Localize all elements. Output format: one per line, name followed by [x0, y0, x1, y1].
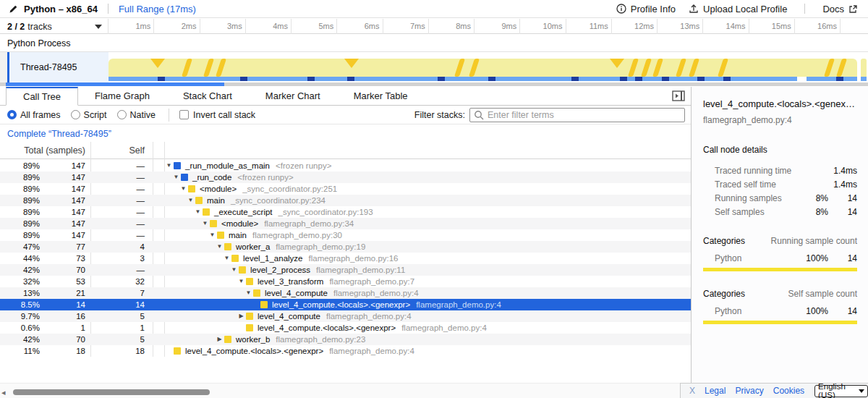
collapse-icon[interactable]: ▼	[215, 241, 224, 253]
row-total-percent: 47%	[0, 241, 40, 253]
radio-native[interactable]	[117, 110, 127, 119]
collapse-icon[interactable]: ▼	[200, 218, 210, 229]
table-row[interactable]: 89%147—▼<module>_sync_coordinator.py:251	[0, 183, 691, 195]
row-total-percent: 13%	[0, 287, 40, 299]
tab-marker-chart[interactable]: Marker Chart	[249, 87, 337, 105]
track-gutter	[0, 52, 7, 82]
collapse-icon[interactable]: ▼	[164, 160, 174, 172]
breadcrumb-complete-thread[interactable]: Complete “Thread-78495”	[7, 129, 111, 139]
radio-all-frames[interactable]	[7, 110, 17, 119]
row-spacer	[153, 310, 164, 322]
invert-call-stack-checkbox[interactable]	[179, 110, 189, 119]
collapse-icon[interactable]: ▼	[229, 264, 239, 276]
row-function-cell: level_4_compute.<locals>.<genexpr>flameg…	[164, 345, 691, 357]
table-row[interactable]: 89%147—▼_run_code<frozen runpy>	[0, 172, 691, 183]
row-function-cell: ▼_run_module_as_main<frozen runpy>	[164, 160, 691, 172]
tab-flame-graph[interactable]: Flame Graph	[78, 87, 166, 105]
table-row[interactable]: 42%705▶worker_bflamegraph_demo.py:23	[0, 334, 691, 345]
table-row[interactable]: 89%147—▼_execute_script_sync_coordinator…	[0, 206, 691, 218]
call-tree-header: Total (samples) Self	[0, 142, 691, 159]
category-name: Python	[703, 306, 798, 316]
hscroll-left-arrow[interactable]: ◂	[1, 388, 6, 397]
table-row[interactable]: 89%147—▼<module>flamegraph_demo.py:34	[0, 218, 691, 229]
tab-call-tree[interactable]: Call Tree	[6, 87, 78, 106]
row-self-samples: 14	[90, 299, 153, 310]
table-row[interactable]: 13%217▼level_4_computeflamegraph_demo.py…	[0, 287, 691, 299]
table-row[interactable]: 89%147—▼main_sync_coordinator.py:234	[0, 195, 691, 206]
row-total-samples: 77	[40, 241, 90, 253]
row-self-samples: 7	[90, 287, 153, 299]
footer-link-cookies[interactable]: Cookies	[773, 386, 804, 396]
table-row[interactable]: 9.7%165▶level_4_computeflamegraph_demo.p…	[0, 310, 691, 322]
marker-slash-icon	[641, 59, 652, 77]
tab-stack-chart[interactable]: Stack Chart	[166, 87, 249, 105]
column-total-header[interactable]: Total (samples)	[0, 145, 90, 156]
category-bar-fill	[703, 321, 857, 324]
process-track-label: Python Process	[7, 38, 71, 48]
thread-track-label[interactable]: Thread-78495	[9, 52, 109, 82]
full-range-link[interactable]: Full Range (17ms)	[119, 4, 196, 14]
top-header: Python – x86_64 Full Range (17ms) Profil…	[0, 0, 868, 18]
row-total-samples: 147	[40, 172, 90, 183]
table-row[interactable]: 47%774▼worker_aflamegraph_demo.py:19	[0, 241, 691, 253]
category-square-icon	[253, 289, 260, 297]
radio-script[interactable]	[71, 110, 80, 119]
track-thread[interactable]: Thread-78495	[0, 52, 868, 82]
footer-link-privacy[interactable]: Privacy	[735, 386, 763, 396]
collapse-icon[interactable]: ▼	[222, 253, 231, 264]
timeline-scrollbar-thumb[interactable]	[6, 82, 224, 86]
collapse-icon[interactable]: ▼	[208, 229, 217, 241]
docs-link[interactable]: Docs	[822, 4, 858, 14]
timeline-scrollbar[interactable]	[0, 82, 868, 86]
table-row[interactable]: 42%70—▼level_2_processflamegraph_demo.py…	[0, 264, 691, 276]
collapse-icon[interactable]: ▼	[186, 195, 195, 206]
table-row[interactable]: 8.5%1414level_4_compute.<locals>.<genexp…	[0, 299, 691, 310]
footer-link-legal[interactable]: Legal	[705, 386, 726, 396]
sample-strip-dark-segment	[307, 77, 315, 81]
marker-slash-icon	[676, 59, 686, 77]
table-row[interactable]: 89%147—▼mainflamegraph_demo.py:30	[0, 229, 691, 241]
tab-marker-table[interactable]: Marker Table	[337, 87, 425, 105]
filter-stacks-input[interactable]	[469, 108, 685, 122]
footer-link-x[interactable]: X	[689, 386, 695, 396]
collapse-icon[interactable]: ▼	[179, 183, 188, 195]
profile-info-button[interactable]: Profile Info	[616, 4, 676, 14]
thread-activity-graph[interactable]	[109, 52, 868, 82]
cpu-activity-band-tail	[861, 59, 867, 77]
filter-stacks-label: Filter stacks:	[414, 110, 465, 120]
column-self-header[interactable]: Self	[90, 145, 153, 156]
category-square-icon	[239, 266, 246, 274]
language-select[interactable]: English (US)	[814, 385, 868, 397]
expand-icon[interactable]: ▶	[215, 334, 224, 345]
row-self-samples: —	[90, 264, 153, 276]
expand-icon[interactable]: ▶	[237, 310, 246, 322]
collapse-icon[interactable]: ▼	[244, 287, 253, 299]
collapse-icon[interactable]: ▼	[171, 172, 181, 183]
collapse-icon[interactable]: ▼	[237, 276, 246, 287]
row-self-samples: 18	[90, 345, 153, 357]
track-python-process[interactable]: Python Process	[0, 35, 868, 52]
marker-slash-icon	[203, 59, 214, 77]
sidebar-toggle-icon[interactable]	[672, 90, 685, 101]
ruler-tick: 14ms	[703, 19, 749, 34]
table-row[interactable]: 11%1818level_4_compute.<locals>.<genexpr…	[0, 345, 691, 357]
ruler-tick: 11ms	[566, 19, 612, 34]
upload-profile-button[interactable]: Upload Local Profile	[689, 4, 787, 14]
tracks-dropdown[interactable]: 2 / 2 tracks	[0, 19, 109, 34]
table-row[interactable]: 32%5332▼level_3_transformflamegraph_demo…	[0, 276, 691, 287]
table-row[interactable]: 89%147—▼_run_module_as_main<frozen runpy…	[0, 160, 691, 172]
category-square-icon	[246, 313, 253, 320]
row-total-percent: 89%	[0, 218, 40, 229]
table-row[interactable]: 0.6%11level_4_compute.<locals>.<genexpr>…	[0, 322, 691, 334]
table-row[interactable]: 44%733▼level_1_analyzeflamegraph_demo.py…	[0, 253, 691, 264]
collapse-icon[interactable]: ▼	[193, 206, 203, 218]
row-function-cell: ▼mainflamegraph_demo.py:30	[164, 229, 691, 241]
edit-pencil-icon[interactable]	[9, 4, 18, 14]
function-file-line: _sync_coordinator.py:251	[242, 183, 337, 195]
ruler-tick: 15ms	[749, 19, 795, 34]
row-self-samples: 1	[90, 322, 153, 334]
tracks-word: tracks	[27, 22, 51, 32]
hscroll-thumb[interactable]	[13, 389, 210, 395]
ruler-tick: 10ms	[520, 19, 566, 34]
function-file-line: _sync_coordinator.py:234	[231, 195, 326, 206]
